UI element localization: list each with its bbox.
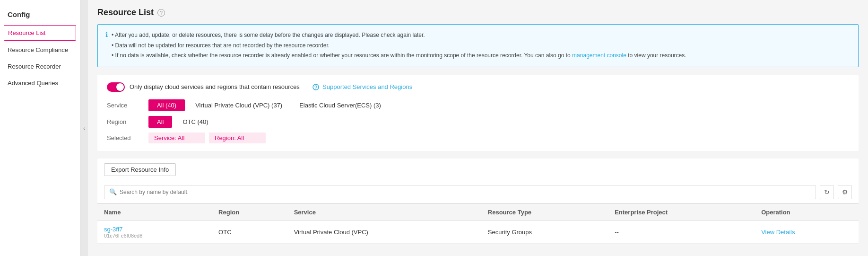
search-icon: 🔍 (109, 188, 117, 195)
supported-services-link[interactable]: Supported Services and Regions (312, 83, 412, 90)
cell-enterprise-project: -- (608, 221, 755, 243)
table-header-row: Name Region Service Resource Type Enterp… (97, 203, 859, 221)
resource-sub-id: 01c76l e6f08ed8 (104, 233, 205, 238)
col-name: Name (97, 203, 212, 221)
region-filter-label: Region (107, 118, 145, 125)
page-title: Resource List (97, 8, 154, 18)
help-icon[interactable]: ? (157, 9, 165, 17)
sidebar-item-resource-compliance[interactable]: Resource Compliance (0, 42, 80, 58)
sidebar: Config Resource List Resource Compliance… (0, 0, 80, 256)
refresh-button[interactable]: ↻ (820, 185, 834, 199)
col-enterprise-project: Enterprise Project (608, 203, 755, 221)
main-content: Resource List ? ℹ • After you add, updat… (88, 0, 868, 256)
selected-region-tag: Region: All (209, 132, 266, 143)
toggle-knob (116, 83, 124, 91)
info-line-3: • If no data is available, check whether… (112, 51, 686, 61)
info-line-1: • After you add, update, or delete resou… (112, 30, 686, 41)
selected-row: Selected Service: All Region: All (107, 132, 849, 143)
service-filter-label: Service (107, 102, 145, 109)
cell-region: OTC (212, 221, 287, 243)
search-input[interactable] (120, 189, 811, 195)
col-region: Region (212, 203, 287, 221)
info-lines: • After you add, update, or delete resou… (112, 30, 686, 61)
service-all-button[interactable]: All (40) (148, 99, 185, 111)
service-ecs-button[interactable]: Elastic Cloud Server(ECS) (3) (293, 99, 388, 111)
col-service: Service (287, 203, 481, 221)
sidebar-item-advanced-queries[interactable]: Advanced Queries (0, 75, 80, 91)
selected-service-tag: Service: All (148, 132, 205, 143)
table-toolbar: Export Resource Info (97, 159, 859, 181)
management-console-link[interactable]: management console (572, 52, 626, 59)
link-separator (304, 83, 308, 90)
export-button[interactable]: Export Resource Info (104, 163, 176, 176)
cell-name: sg-3ff7 01c76l e6f08ed8 (97, 221, 212, 243)
sidebar-collapse-button[interactable]: ‹ (80, 0, 88, 256)
col-resource-type: Resource Type (481, 203, 608, 221)
selected-label: Selected (107, 134, 145, 141)
region-all-button[interactable]: All (148, 116, 172, 128)
svg-point-1 (315, 88, 316, 89)
table-section: Export Resource Info 🔍 ↻ ⚙ Name Region S… (97, 159, 859, 244)
info-line-2: • Data will not be updated for resources… (112, 41, 686, 51)
page-title-row: Resource List ? (97, 8, 859, 18)
sidebar-item-resource-recorder[interactable]: Resource Recorder (0, 58, 80, 75)
resource-name-link[interactable]: sg-3ff7 (104, 226, 123, 233)
region-otc-button[interactable]: OTC (40) (176, 116, 215, 128)
sidebar-title: Config (0, 5, 80, 24)
cell-operation: View Details (755, 221, 859, 243)
settings-button[interactable]: ⚙ (838, 185, 852, 199)
view-details-link[interactable]: View Details (761, 229, 795, 236)
table-row: sg-3ff7 01c76l e6f08ed8 OTC Virtual Priv… (97, 221, 859, 243)
filter-section: Only display cloud services and regions … (97, 75, 859, 151)
toggle-label: Only display cloud services and regions … (130, 83, 300, 90)
search-bar: 🔍 (104, 185, 816, 199)
search-row: 🔍 ↻ ⚙ (97, 181, 859, 203)
info-box: ℹ • After you add, update, or delete res… (97, 24, 859, 67)
col-operation: Operation (755, 203, 859, 221)
cell-resource-type: Security Groups (481, 221, 608, 243)
info-icon: ℹ (105, 31, 108, 38)
data-table: Name Region Service Resource Type Enterp… (97, 203, 859, 244)
toggle-row: Only display cloud services and regions … (107, 82, 849, 92)
display-toggle[interactable] (107, 82, 125, 92)
sidebar-item-resource-list[interactable]: Resource List (4, 25, 76, 41)
service-vpc-button[interactable]: Virtual Private Cloud (VPC) (37) (189, 99, 289, 111)
region-filter-row: Region All OTC (40) (107, 116, 849, 128)
link-icon (312, 84, 319, 90)
service-filter-row: Service All (40) Virtual Private Cloud (… (107, 99, 849, 111)
cell-service: Virtual Private Cloud (VPC) (287, 221, 481, 243)
